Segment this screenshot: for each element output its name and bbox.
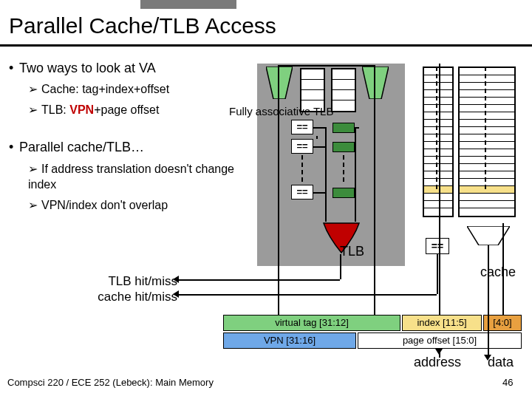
- tlb-ppn-out-2: [332, 142, 355, 152]
- bullet-1a-text: Cache: tag+index+offset: [41, 83, 169, 95]
- bullet-1b: ➢TLB: VPN+page offset: [28, 102, 253, 118]
- cache-data-select-line: [485, 66, 486, 189]
- l-ppn1: [355, 127, 359, 129]
- cache-data-col: [458, 66, 516, 217]
- bullet-1b-vpn: VPN: [69, 103, 94, 116]
- bullet-2: •Parallel cache/TLB…: [9, 138, 253, 156]
- eq-box-3: ==: [291, 185, 313, 200]
- cache-tag-select-line: [436, 66, 437, 189]
- tlb-label: TLB: [340, 244, 364, 259]
- bullet-2a: ➢If address translation doesn't change i…: [28, 161, 253, 193]
- top-bar: [0, 0, 532, 9]
- tlb-hit-v: [340, 254, 341, 279]
- l-eq2-h: [313, 146, 325, 148]
- tlb-eq-dash: [301, 155, 303, 182]
- footer: Compsci 220 / ECE 252 (Lebeck): Main Mem…: [7, 377, 214, 388]
- eq-box-2: ==: [291, 139, 313, 154]
- page-number: 46: [502, 377, 513, 388]
- bullet-2-text: Parallel cache/TLB…: [19, 140, 144, 154]
- l-eq1-a: [316, 136, 318, 139]
- l-eq-v: [325, 127, 327, 222]
- cache-eq-box: ==: [426, 238, 449, 254]
- field-vpn: VPN [31:16]: [223, 332, 356, 349]
- l-ppn-v: [355, 127, 356, 222]
- tlb-mux-right: [362, 66, 389, 99]
- tlb-mux-left: [266, 66, 293, 99]
- bullet-1a: ➢Cache: tag+index+offset: [28, 81, 253, 98]
- addr-arrow: [435, 349, 443, 355]
- hitmiss-labels: TLB hit/miss cache hit/miss: [74, 273, 177, 305]
- data-arrow-v: [488, 245, 489, 356]
- title-underline: [0, 44, 532, 47]
- tlb-ppn-out-1: [332, 123, 355, 133]
- cache-tag-col: [423, 66, 454, 217]
- tlb-hit-arrow: [173, 276, 179, 283]
- top-bar-accent: [140, 0, 236, 9]
- slide-title: Parallel Cache/TLB Access: [9, 13, 276, 38]
- eq-box-1: ==: [291, 120, 313, 134]
- bullet-1-text: Two ways to look at VA: [19, 61, 156, 75]
- data-label: data: [488, 355, 514, 370]
- vpn-top-h: [278, 65, 375, 66]
- l-eq1-h: [313, 127, 325, 129]
- field-pageoffset: page offset [15:0]: [358, 332, 522, 349]
- cache-hitmiss: cache hit/miss: [74, 289, 177, 304]
- bullet-1b-post: +page offset: [94, 103, 159, 116]
- tlb-table-ppn: [331, 68, 356, 112]
- bullet-2b-text: VPN/index don't overlap: [41, 199, 168, 211]
- cache-label: cache: [480, 265, 516, 280]
- svg-marker-1: [362, 66, 389, 99]
- tlb-ppn-dash: [343, 155, 344, 182]
- cache-hit-arrow: [173, 290, 179, 298]
- offset-up: [502, 223, 504, 315]
- tlb-hit-line: [179, 279, 340, 281]
- tlb-ppn-out-3: [332, 188, 355, 198]
- address-label: address: [414, 355, 461, 370]
- cache-hit-v: [437, 254, 438, 294]
- cache-hit-line: [179, 294, 437, 296]
- field-index: index [11:5]: [402, 315, 482, 331]
- bullet-1b-pre: TLB:: [41, 103, 69, 116]
- field-virtual-tag: virtual tag [31:12]: [223, 315, 400, 331]
- fully-associative-label: Fully associative TLB: [229, 105, 333, 117]
- svg-marker-0: [266, 66, 293, 99]
- l-eq3-h: [313, 192, 325, 194]
- vpn-up-left: [278, 65, 279, 315]
- vpn-up-right: [374, 65, 375, 315]
- index-up: [439, 64, 440, 315]
- bullet-2b: ➢VPN/index don't overlap: [28, 197, 253, 214]
- bullet-2a-text: If address translation doesn't change in…: [28, 163, 234, 191]
- bullet-list: •Two ways to look at VA ➢Cache: tag+inde…: [9, 58, 253, 214]
- tlb-hitmiss: TLB hit/miss: [74, 273, 177, 289]
- bullet-1: •Two ways to look at VA: [9, 59, 253, 77]
